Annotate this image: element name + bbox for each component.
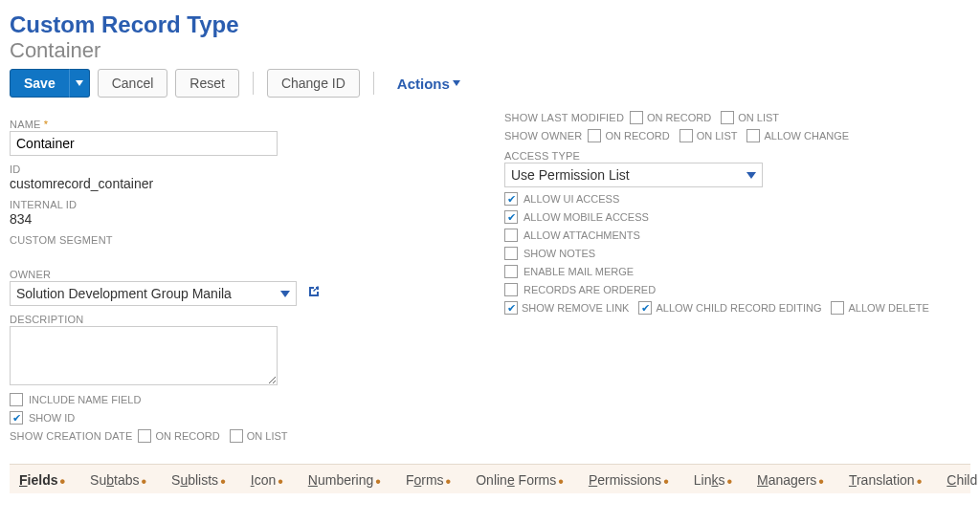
show-id-label: SHOW ID [29, 412, 75, 424]
owner-value: Solution Development Group Manila [16, 286, 232, 301]
lastmod-on-list-checkbox[interactable] [721, 111, 734, 124]
tab-permissions[interactable]: Permissions• [589, 472, 669, 488]
right-column: SHOW LAST MODIFIED ON RECORD ON LIST SHO… [504, 111, 970, 443]
toolbar: Save Cancel Reset Change ID Actions [10, 69, 970, 98]
enable-mail-merge-label: ENABLE MAIL MERGE [523, 266, 634, 277]
show-remove-link-checkbox[interactable] [504, 301, 518, 315]
owner-on-record-label: ON RECORD [605, 130, 669, 142]
tab-numbering[interactable]: Numbering• [308, 472, 381, 488]
tab-fields[interactable]: Fields• [19, 472, 65, 488]
description-label: DESCRIPTION [10, 314, 476, 325]
owner-label: OWNER [10, 269, 476, 280]
show-owner-label: SHOW OWNER [504, 130, 582, 142]
cancel-button[interactable]: Cancel [98, 69, 168, 98]
tab-child-records[interactable]: Child Records• [947, 472, 980, 488]
records-are-ordered-label: RECORDS ARE ORDERED [523, 284, 656, 295]
show-last-modified-label: SHOW LAST MODIFIED [504, 112, 624, 123]
chevron-down-icon [746, 172, 756, 179]
tab-translation[interactable]: Translation• [849, 472, 922, 488]
tab-online-forms[interactable]: Online Forms• [476, 472, 564, 488]
save-dropdown-button[interactable] [69, 69, 90, 98]
save-button[interactable]: Save [10, 69, 70, 98]
lastmod-on-list-label: ON LIST [738, 112, 779, 123]
description-input[interactable] [10, 326, 278, 385]
owner-allow-change-label: ALLOW CHANGE [764, 130, 849, 142]
tab-subtabs[interactable]: Subtabs• [90, 472, 146, 488]
creation-on-list-label: ON LIST [247, 430, 288, 442]
actions-menu[interactable]: Actions [397, 76, 460, 92]
access-type-label: ACCESS TYPE [504, 150, 970, 162]
toolbar-separator [253, 72, 254, 95]
chevron-down-icon [76, 80, 83, 86]
include-name-field-label: INCLUDE NAME FIELD [29, 394, 141, 405]
lastmod-on-record-checkbox[interactable] [630, 111, 643, 124]
form-area: NAME ID customrecord_container INTERNAL … [10, 111, 970, 443]
chevron-down-icon [453, 80, 460, 86]
tabs-bar: Fields• Subtabs• Sublists• Icon• Numberi… [10, 464, 970, 493]
allow-ui-access-checkbox[interactable] [504, 192, 518, 206]
lastmod-on-record-label: ON RECORD [647, 112, 711, 123]
reset-button[interactable]: Reset [175, 69, 239, 98]
custom-segment-label: CUSTOM SEGMENT [10, 234, 476, 246]
chevron-down-icon [280, 291, 290, 297]
left-column: NAME ID customrecord_container INTERNAL … [10, 111, 476, 443]
access-type-select[interactable]: Use Permission List [504, 163, 763, 187]
include-name-field-checkbox[interactable] [10, 393, 23, 406]
tab-forms[interactable]: Forms• [406, 472, 451, 488]
owner-allow-change-checkbox[interactable] [746, 129, 760, 142]
internal-id-label: INTERNAL ID [10, 199, 476, 210]
creation-on-list-checkbox[interactable] [230, 429, 243, 443]
allow-child-record-editing-checkbox[interactable] [638, 301, 652, 315]
show-creation-date-label: SHOW CREATION DATE [10, 430, 132, 442]
tab-icon[interactable]: Icon• [251, 472, 283, 488]
owner-on-list-label: ON LIST [697, 130, 738, 142]
owner-open-icon[interactable] [306, 284, 322, 302]
allow-attachments-checkbox[interactable] [504, 229, 518, 242]
actions-label: Actions [397, 76, 450, 92]
creation-on-record-label: ON RECORD [155, 430, 219, 442]
allow-attachments-label: ALLOW ATTACHMENTS [523, 229, 640, 241]
toolbar-separator [373, 72, 374, 95]
name-input[interactable] [10, 131, 278, 156]
access-type-value: Use Permission List [511, 167, 630, 183]
open-in-new-icon [306, 284, 322, 299]
allow-child-record-editing-label: ALLOW CHILD RECORD EDITING [656, 302, 821, 314]
allow-mobile-access-label: ALLOW MOBILE ACCESS [523, 211, 649, 223]
id-value: customrecord_container [10, 176, 476, 191]
allow-delete-checkbox[interactable] [831, 301, 844, 315]
show-remove-link-label: SHOW REMOVE LINK [522, 302, 629, 314]
tab-sublists[interactable]: Sublists• [171, 472, 226, 488]
tab-links[interactable]: Links• [694, 472, 732, 488]
page-subtitle: Container [10, 38, 970, 63]
name-label: NAME [10, 119, 476, 130]
owner-on-record-checkbox[interactable] [588, 129, 601, 142]
show-notes-checkbox[interactable] [504, 247, 518, 260]
allow-ui-access-label: ALLOW UI ACCESS [523, 193, 619, 205]
allow-mobile-access-checkbox[interactable] [504, 210, 518, 224]
page-title: Custom Record Type [10, 11, 970, 38]
enable-mail-merge-checkbox[interactable] [504, 265, 518, 278]
creation-on-record-checkbox[interactable] [138, 429, 151, 443]
owner-select[interactable]: Solution Development Group Manila [10, 281, 297, 306]
tab-managers[interactable]: Managers• [757, 472, 824, 488]
owner-on-list-checkbox[interactable] [679, 129, 693, 142]
internal-id-value: 834 [10, 211, 476, 227]
show-notes-label: SHOW NOTES [523, 248, 595, 259]
records-are-ordered-checkbox[interactable] [504, 283, 518, 296]
show-id-checkbox[interactable] [10, 411, 23, 425]
id-label: ID [10, 163, 476, 175]
allow-delete-label: ALLOW DELETE [848, 302, 928, 314]
change-id-button[interactable]: Change ID [267, 69, 360, 98]
